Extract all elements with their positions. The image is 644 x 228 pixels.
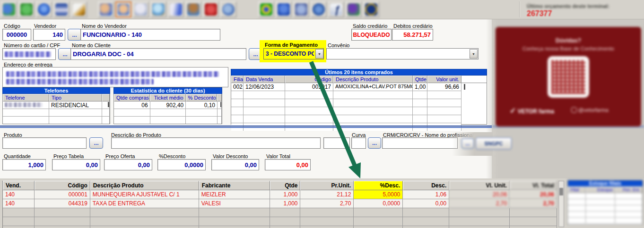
vendedor-input[interactable]: 140 bbox=[33, 29, 65, 41]
perc-desconto-label: %Desconto bbox=[159, 153, 185, 159]
estoque-col-filial: Filial bbox=[568, 186, 586, 193]
services-icon[interactable] bbox=[311, 1, 327, 17]
profissional-lookup-button[interactable]: ... bbox=[461, 138, 474, 149]
clients-icon[interactable] bbox=[98, 1, 114, 17]
estoque-title: Estoque filiais bbox=[568, 180, 643, 186]
info-icon[interactable] bbox=[36, 1, 52, 17]
section-divider bbox=[0, 126, 492, 127]
produto-lookup-button[interactable]: ... bbox=[89, 137, 103, 149]
forma-pagamento-value: 3 - DESCONTO PO bbox=[266, 51, 314, 57]
forma-pagamento-combo[interactable]: 3 - DESCONTO PO ▼ bbox=[263, 48, 324, 59]
convenio-dropdown-icon[interactable]: ▼ bbox=[470, 49, 478, 59]
col-pr-unit[interactable]: Pr.Unit. bbox=[300, 181, 354, 190]
estatistica-col-desconto[interactable]: % Desconto bbox=[186, 94, 217, 101]
save-icon[interactable] bbox=[53, 1, 70, 17]
col-fabricante[interactable]: Fabricante bbox=[199, 181, 270, 190]
search-icon[interactable] bbox=[150, 1, 166, 17]
ultimos-col-filial[interactable]: Filial bbox=[231, 76, 244, 83]
item-row-empty bbox=[3, 208, 557, 217]
nome-vendedor-input[interactable]: FUNCIONARIO - 140 bbox=[80, 29, 220, 41]
crm-input[interactable] bbox=[382, 137, 458, 149]
saldo-crediario-label: Saldo crediário bbox=[353, 23, 387, 29]
curva-input[interactable] bbox=[351, 137, 366, 149]
estoque-col-estoque: Estoque bbox=[586, 186, 615, 193]
ultimos-data: 12/06/2023 bbox=[244, 83, 285, 91]
item-row-2[interactable]: 140 044319 TAXA DE ENTREGA VALESI 1,000 … bbox=[3, 199, 557, 208]
col-vend[interactable]: Vend. bbox=[3, 181, 35, 190]
items-grid-header: Vend. Código Descrição Produto Fabricant… bbox=[3, 181, 557, 190]
telefones-col-telefone[interactable]: Telefone bbox=[3, 94, 49, 101]
endereco-redacted-line1 bbox=[6, 71, 219, 77]
convenio-combo[interactable]: ▼ bbox=[326, 48, 479, 59]
scrollbar-handle[interactable] bbox=[559, 188, 563, 195]
forma-pagamento-dropdown-icon[interactable]: ▼ bbox=[315, 49, 323, 59]
ultimos-col-codigo[interactable]: Código bbox=[285, 76, 333, 83]
col-descricao[interactable]: Descrição Produto bbox=[90, 181, 199, 190]
items-grid-scrollbar[interactable] bbox=[558, 181, 564, 227]
qr-code bbox=[548, 56, 589, 98]
descricao-produto-input[interactable] bbox=[111, 137, 321, 149]
catalog-icon[interactable] bbox=[168, 1, 184, 17]
col-vl-unit[interactable]: Vl. Unit. bbox=[449, 181, 510, 190]
recycle-icon[interactable] bbox=[346, 1, 362, 17]
cut-icon[interactable] bbox=[293, 1, 309, 17]
items-grid: Vend. Código Descrição Produto Fabricant… bbox=[2, 181, 557, 228]
ultimos-col-descricao[interactable]: Descrição Produto bbox=[333, 76, 413, 83]
last-quote-value: 267377 bbox=[527, 9, 552, 18]
col-perc-desc[interactable]: %Desc. bbox=[354, 181, 403, 190]
telefone-row[interactable]: RESIDENCIAL bbox=[3, 101, 110, 109]
estatistica-col-qtde[interactable]: Qtde compras bbox=[114, 94, 150, 101]
client-doc-icon[interactable] bbox=[133, 1, 149, 17]
vendedor-lookup-button[interactable]: ... bbox=[68, 29, 81, 41]
ultimos-qtde: 1,00 bbox=[413, 83, 427, 91]
valor-total-label: Valor Total bbox=[266, 153, 290, 159]
web-icon[interactable] bbox=[220, 1, 236, 17]
telefones-col-tipo[interactable]: Tipo bbox=[49, 94, 102, 101]
ultimos-valor: 96,66 bbox=[427, 83, 461, 91]
quantidade-input[interactable]: 1,000 bbox=[2, 159, 46, 170]
add-client-icon[interactable] bbox=[1, 1, 17, 17]
promo-panel: Dúvidas? Conheça nossa Base de Conhecime… bbox=[496, 27, 641, 127]
cartao-input[interactable] bbox=[2, 48, 56, 60]
col-qtde[interactable]: Qtde bbox=[270, 181, 301, 190]
perc-desconto-input[interactable]: 0,0000 bbox=[157, 159, 206, 170]
preco-tabela-input[interactable]: 0,00 bbox=[52, 159, 100, 170]
health-add-icon[interactable] bbox=[203, 1, 219, 17]
codigo-input[interactable]: 000000 bbox=[2, 29, 31, 41]
ultimos-item-row[interactable]: 002 12/06/2023 001017 AMOXICILINA+CLAV.P… bbox=[231, 83, 487, 91]
convenio-label: Convênio bbox=[328, 42, 349, 48]
valor-desconto-input[interactable]: 0,00 bbox=[211, 159, 259, 170]
preco-oferta-input[interactable]: 0,00 bbox=[104, 159, 152, 170]
item-row-empty bbox=[3, 217, 557, 226]
ultimos-col-data[interactable]: Data Venda bbox=[244, 76, 285, 83]
col-desc[interactable]: Desc. bbox=[403, 181, 449, 190]
ultimos-col-valor[interactable]: Valor unit. bbox=[427, 76, 461, 83]
ultimos-itens-table: Filial Data Venda Código Descrição Produ… bbox=[231, 76, 487, 125]
estatistica-row[interactable]: 06 902,40 0,10 bbox=[114, 101, 222, 109]
item-1-perc-desc-highlight: 5,0000 bbox=[354, 190, 403, 199]
promo-line1: Dúvidas? bbox=[496, 37, 641, 44]
produto-input[interactable] bbox=[2, 137, 87, 149]
debitos-crediario-value: 58.271,57 bbox=[392, 29, 433, 41]
cartao-lookup-button[interactable]: ... bbox=[58, 48, 72, 60]
nome-cliente-input[interactable]: DROGARIA DOC - 04 bbox=[70, 48, 246, 60]
produto-aux-input[interactable] bbox=[323, 137, 350, 149]
col-vl-total[interactable]: Vl. Total bbox=[510, 181, 557, 190]
estatistica-title: Estatística do cliente (30 dias) bbox=[113, 87, 222, 94]
function-icon[interactable] bbox=[328, 1, 344, 17]
estatistica-col-ticket[interactable]: Ticket médio bbox=[150, 94, 185, 101]
attendant-icon[interactable] bbox=[185, 1, 201, 17]
badge-icon[interactable] bbox=[363, 1, 379, 17]
brazil-flag-icon[interactable] bbox=[258, 1, 274, 17]
curva-lookup-button[interactable]: ... bbox=[368, 137, 381, 149]
clients-active-icon[interactable] bbox=[115, 1, 131, 17]
ultimos-col-qtde[interactable]: Qtde bbox=[413, 76, 427, 83]
transfer-icon[interactable] bbox=[18, 1, 35, 17]
col-codigo[interactable]: Código bbox=[35, 181, 90, 190]
ultimos-descricao: AMOXICILINA+CLAV.POT 875MG 14C bbox=[333, 83, 413, 91]
edit-icon[interactable] bbox=[71, 1, 87, 17]
energy-icon[interactable] bbox=[276, 1, 292, 17]
item-row-1[interactable]: 140 000001 MUNHEQUEIRA AJUSTAVEL C/ 1 ME… bbox=[3, 190, 557, 199]
sngpc-button[interactable]: SNGPC bbox=[476, 137, 512, 150]
cartao-redacted-value bbox=[5, 51, 51, 57]
